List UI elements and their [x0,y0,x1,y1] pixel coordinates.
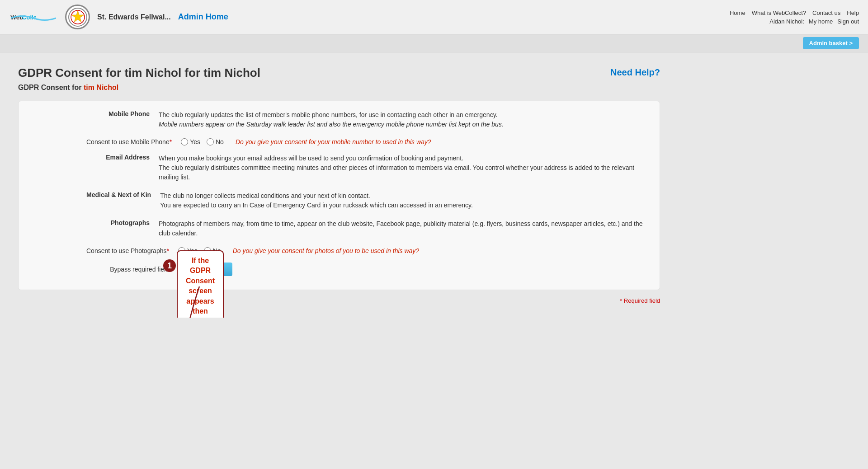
consent-mobile-question: Do you give your consent for your mobile… [236,138,431,145]
photographs-text: Photographs of members may, from time to… [159,219,646,238]
nav-contact[interactable]: Contact us [812,9,840,16]
admin-basket-button[interactable]: Admin basket > [803,37,859,49]
user-nav: Aidan Nichol: My home Sign out [730,18,859,25]
consent-photos-question: Do you give your consent for photos of y… [233,247,419,254]
webcollect-logo: Web Collect [9,12,58,22]
subheading: GDPR Consent for tim Nichol [18,84,660,92]
photographs-section: Photographs Photographs of members may, … [32,219,646,238]
form-container: Mobile Phone The club regularly updates … [18,101,660,290]
email-label: Email Address [86,154,159,182]
email-text: When you make bookings your email addres… [159,154,646,182]
consent-mobile-row: Consent to use Mobile Phone* Yes No Do y… [32,138,646,145]
save-button[interactable]: Save [198,263,232,276]
consent-photos-row: Consent to use Photographs* Yes No Do yo… [32,247,646,254]
header: Web Collect St. Edwards Fellwal... Admin… [0,0,868,52]
consent-mobile-no[interactable]: No [207,138,224,145]
subheading-text: GDPR Consent for [18,84,84,91]
need-help-link[interactable]: Need Help? [610,67,660,78]
username-label: Aidan Nichol: [769,18,804,25]
bypass-label: Bypass required fields [86,266,177,273]
consent-mobile-radio-group: Yes No [181,138,224,145]
header-right: Home What is WebCollect? Contact us Help… [730,9,859,25]
top-nav: Home What is WebCollect? Contact us Help [730,9,859,16]
bypass-checkbox[interactable] [184,266,190,272]
consent-photos-yes-radio[interactable] [178,247,185,254]
consent-mobile-no-radio[interactable] [207,138,214,145]
nav-help[interactable]: Help [847,9,859,16]
admin-basket-bar: Admin basket > [0,34,868,52]
required-note: * Required field [18,297,660,304]
consent-mobile-yes-radio[interactable] [181,138,188,145]
consent-photos-yes[interactable]: Yes [178,247,198,254]
admin-home-link[interactable]: Admin Home [178,12,228,22]
medical-section: Medical & Next of Kin The club no longer… [32,191,646,210]
email-section: Email Address When you make bookings you… [32,154,646,182]
mobile-phone-text: The club regularly updates the list of m… [159,110,646,129]
mobile-phone-label: Mobile Phone [86,110,159,129]
consent-photos-no-radio[interactable] [204,247,211,254]
org-name: St. Edwards Fellwal... [97,13,171,21]
my-home-link[interactable]: My home [809,18,833,25]
consent-mobile-label: Consent to use Mobile Phone* [86,138,181,145]
medical-label: Medical & Next of Kin [86,191,160,210]
org-logo [65,5,90,29]
page-title: GDPR Consent for tim Nichol for tim Nich… [18,66,660,80]
consent-photos-no[interactable]: No [204,247,221,254]
mobile-phone-section: Mobile Phone The club regularly updates … [32,110,646,129]
consent-mobile-yes[interactable]: Yes [181,138,200,145]
photographs-label: Photographs [86,219,159,238]
sign-out-link[interactable]: Sign out [837,18,859,25]
bypass-row: Bypass required fields Save [32,263,646,276]
consent-photos-radio-group: Yes No [178,247,221,254]
subheading-name: tim Nichol [84,84,118,91]
medical-text: The club no longer collects medical cond… [160,191,646,210]
nav-home[interactable]: Home [730,9,745,16]
main-content: GDPR Consent for tim Nichol for tim Nich… [0,52,678,318]
consent-photos-label: Consent to use Photographs* [86,247,178,254]
annotation-text-1: If the GDPR Consent screen appears then … [177,250,224,318]
nav-what-is[interactable]: What is WebCollect? [752,9,806,16]
